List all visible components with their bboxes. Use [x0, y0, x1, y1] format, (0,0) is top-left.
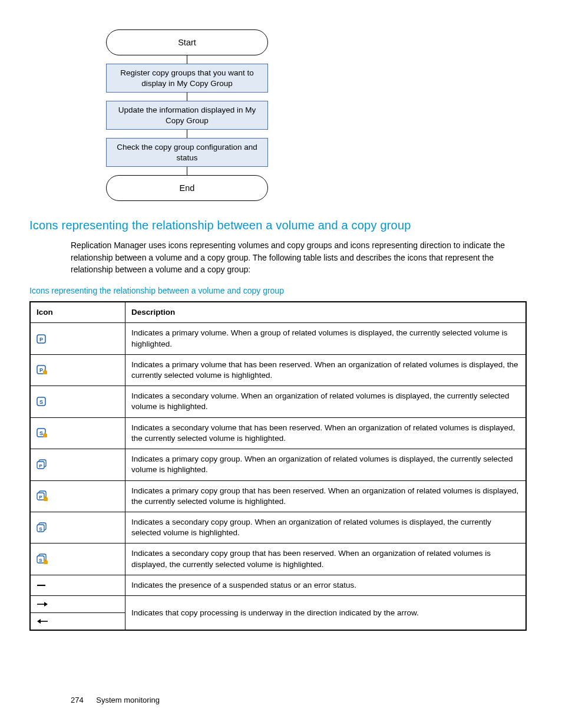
table-row: P Indicates a primary volume that has be…: [30, 354, 526, 386]
icon-cell: P: [30, 354, 125, 386]
arrow-left-icon: [37, 618, 48, 625]
primary-copy-group-reserved-icon: P: [37, 490, 49, 502]
page-number: 274: [71, 696, 84, 704]
svg-text:P: P: [39, 494, 42, 499]
table-row: S Indicates a secondary copy group. When…: [30, 512, 526, 543]
intro-paragraph: Replication Manager uses icons represent…: [71, 239, 527, 275]
table-row: P Indicates a primary volume. When a gro…: [30, 323, 526, 354]
description-cell: Indicates a secondary volume that has be…: [125, 417, 527, 449]
flowchart-connector: [187, 93, 187, 101]
flowchart-step-register: Register copy groups that you want to di…: [106, 64, 268, 93]
primary-volume-reserved-icon: P: [37, 365, 48, 375]
secondary-volume-icon: S: [37, 397, 47, 406]
svg-text:P: P: [39, 367, 43, 373]
secondary-copy-group-reserved-icon: S: [37, 554, 49, 565]
secondary-volume-reserved-icon: S: [37, 428, 48, 439]
icon-cell: [30, 575, 125, 595]
page-footer: 274 System monitoring: [71, 696, 160, 704]
table-row: S Indicates a secondary volume that has …: [30, 417, 526, 449]
flowchart-connector: [187, 167, 187, 175]
flowchart-start: Start: [106, 29, 268, 55]
description-cell: Indicates a secondary volume. When an or…: [125, 386, 527, 417]
svg-text:S: S: [39, 430, 43, 436]
icon-cell: S: [30, 543, 125, 575]
table-row: P Indicates a primary copy group. When a…: [30, 449, 526, 480]
arrow-right-icon: [37, 601, 48, 608]
icon-description-table: Icon Description P Indicates a primary v…: [29, 301, 527, 631]
svg-text:S: S: [39, 526, 42, 532]
description-cell: Indicates a secondary copy group. When a…: [125, 512, 527, 543]
description-cell: Indicates the presence of a suspended st…: [125, 575, 527, 595]
table-row: Indicates that copy processing is underw…: [30, 596, 526, 613]
icon-cell: S: [30, 512, 125, 543]
flowchart-connector: [187, 130, 187, 138]
table-header-row: Icon Description: [30, 302, 526, 323]
table-row: S Indicates a secondary volume. When an …: [30, 386, 526, 417]
flowchart-step-update: Update the information displayed in My C…: [106, 101, 268, 130]
column-header-description: Description: [125, 302, 527, 323]
icon-cell: P: [30, 323, 125, 354]
table-row: S Indicates a secondary copy group that …: [30, 543, 526, 575]
icon-cell: S: [30, 417, 125, 449]
secondary-copy-group-icon: S: [37, 522, 48, 533]
primary-copy-group-icon: P: [37, 459, 48, 470]
table-row: Indicates the presence of a suspended st…: [30, 575, 526, 595]
column-header-icon: Icon: [30, 302, 125, 323]
icon-cell: [30, 613, 125, 631]
description-cell: Indicates a primary copy group that has …: [125, 480, 527, 512]
description-cell: Indicates a primary volume. When a group…: [125, 323, 527, 354]
description-cell: Indicates a primary volume that has been…: [125, 354, 527, 386]
icon-cell: [30, 596, 125, 613]
svg-text:P: P: [39, 463, 42, 469]
table-title: Icons representing the relationship betw…: [29, 286, 527, 295]
suspended-error-status-icon: [37, 582, 47, 588]
icon-cell: S: [30, 386, 125, 417]
svg-text:P: P: [39, 337, 43, 342]
icon-cell: P: [30, 449, 125, 480]
svg-text:S: S: [39, 557, 42, 562]
document-page: Start Register copy groups that you want…: [0, 0, 562, 728]
description-cell: Indicates that copy processing is underw…: [125, 596, 527, 631]
svg-marker-30: [44, 602, 48, 607]
section-heading: Icons representing the relationship betw…: [29, 219, 527, 232]
svg-text:S: S: [39, 399, 43, 405]
description-cell: Indicates a primary copy group. When an …: [125, 449, 527, 480]
flowchart-end: End: [106, 175, 268, 201]
table-row: P Indicates a primary copy group that ha…: [30, 480, 526, 512]
svg-marker-32: [37, 619, 41, 624]
description-cell: Indicates a secondary copy group that ha…: [125, 543, 527, 575]
footer-section-title: System monitoring: [96, 696, 160, 704]
flowchart: Start Register copy groups that you want…: [106, 29, 268, 201]
flowchart-connector: [187, 55, 187, 64]
icon-cell: P: [30, 480, 125, 512]
flowchart-step-check: Check the copy group configuration and s…: [106, 138, 268, 167]
primary-volume-icon: P: [37, 334, 47, 344]
